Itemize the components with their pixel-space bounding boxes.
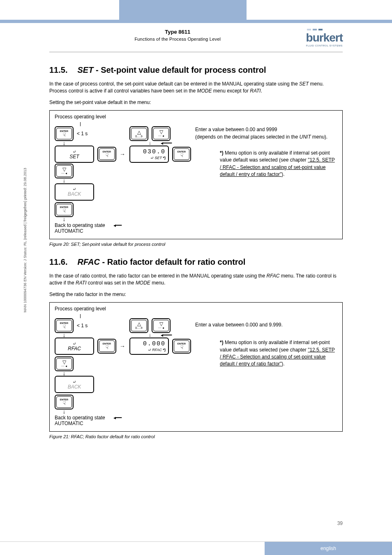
set-display: ⤾ SET <box>55 146 94 163</box>
up-key-icon: △0.....9 <box>129 126 148 141</box>
down-key-icon: ▽⋯ ◂ <box>55 356 74 371</box>
top-bar <box>0 0 392 20</box>
para-115-1: In the case of process control, the set-… <box>49 81 343 95</box>
up-key-icon: △0.....9 <box>129 318 148 333</box>
subtitle: Functions of the Process Operating Level <box>49 37 306 42</box>
value-display: 030.0 ⤾ SET *) <box>129 146 169 163</box>
side-watermark: MAN 1000094736 EN Version: J Status: RL … <box>23 168 27 312</box>
diagram-title: Process operating level <box>55 114 337 120</box>
enter-key-icon: ENTER☟ <box>55 395 74 409</box>
back-display: ⤾ BACK <box>55 376 94 393</box>
enter-key-icon: ENTER☟ <box>55 126 74 141</box>
duration-text: < 1 s <box>77 131 88 136</box>
enter-key-icon: ENTER☟ <box>172 339 191 354</box>
enter-key-icon: ENTER☟ <box>55 202 74 217</box>
page-number: 39 <box>337 520 343 526</box>
heading-num: 11.5. <box>49 65 67 75</box>
down-key-icon: ▽⋯ ◂ <box>55 164 74 178</box>
diagram-title: Process operating level <box>55 306 337 312</box>
para-115-3: Setting the set-point value default in t… <box>49 99 343 106</box>
logo-text: burkert <box>306 31 343 44</box>
header-blue-block <box>119 0 247 20</box>
figure-20-caption: Figure 20: SET; Set-point value default … <box>49 242 343 247</box>
down-key-icon: ▽⋯ ◂ <box>152 126 171 141</box>
heading-116: 11.6. RFAC - Ratio factor default for ra… <box>49 257 343 267</box>
logo: burkert FLUID CONTROL SYSTEMS <box>306 28 343 47</box>
para-116-2: Setting the ratio factor in the menu: <box>49 291 343 298</box>
content: 11.5. SET - Set-point value default for … <box>0 52 392 439</box>
back-text: Back to operating state ◂━━ AUTOMATIC <box>55 415 122 426</box>
rfac-display: ⤾ RFAC <box>55 338 94 355</box>
logo-subtitle: FLUID CONTROL SYSTEMS <box>306 44 343 47</box>
enter-key-icon: ENTER☟ <box>55 318 74 333</box>
para-116-1: In the case of ratio control, the ratio … <box>49 273 343 287</box>
value-display: 0.000 ⤾ RFAC *) <box>129 338 169 355</box>
enter-key-icon: ENTER☟ <box>97 339 116 354</box>
figure-21-caption: Figure 21: RFAC; Ratio factor default fo… <box>49 434 343 439</box>
header-blue-strip <box>0 20 392 23</box>
header-row: Type 8611 Functions of the Process Opera… <box>0 23 392 50</box>
type-title: Type 8611 <box>49 29 306 35</box>
back-display: ⤾ BACK <box>55 183 94 201</box>
hint-text: Enter a value between 0.000 and 9.999. <box>195 321 337 328</box>
hand-icon: ☟ <box>63 132 66 137</box>
asterisk-note: *) Menu option is only available if inte… <box>195 339 337 368</box>
enter-key-icon: ENTER☟ <box>97 147 116 162</box>
diagram-116: Process operating level ENTER☟ < 1 s ↓ ⤾… <box>49 302 343 432</box>
enter-key-icon: ENTER☟ <box>172 147 191 162</box>
heading-115: 11.5. SET - Set-point value default for … <box>49 65 343 75</box>
back-text: Back to operating state ◂━━ AUTOMATIC <box>55 222 122 234</box>
duration-text: < 1 s <box>77 323 88 328</box>
asterisk-note: *) Menu option is only available if inte… <box>195 150 337 178</box>
hint-text: Enter a value between 0.00 and 9999 (dep… <box>195 126 337 141</box>
footer-language: english <box>265 542 392 555</box>
down-key-icon: ▽⋯ ◂ <box>152 318 171 333</box>
diagram-115: Process operating level ENTER☟ < 1 s ↓ ⤾… <box>49 110 343 239</box>
